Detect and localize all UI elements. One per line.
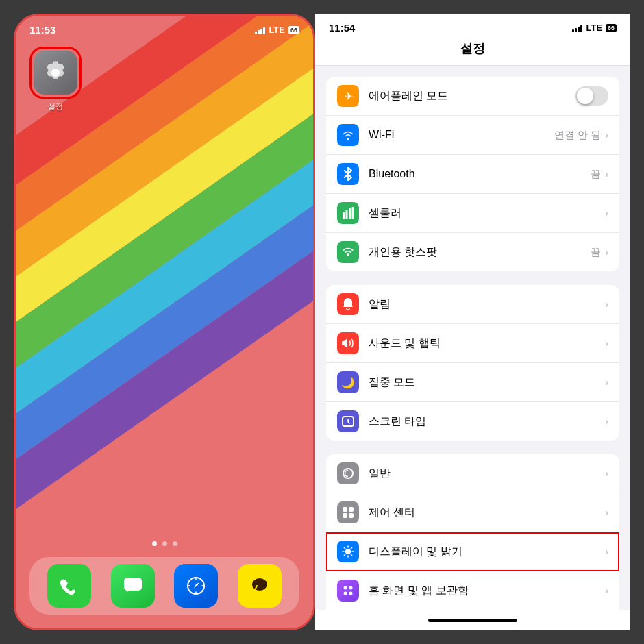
left-status-bar: 11:53 LTE 66 xyxy=(16,16,313,40)
home-app-grid: 설정 xyxy=(16,40,313,119)
display-label: 디스플레이 및 밝기 xyxy=(369,545,605,559)
cellular-label: 셀룰러 xyxy=(369,206,605,221)
dock-messages-icon[interactable] xyxy=(111,564,155,608)
svg-rect-20 xyxy=(349,507,354,512)
controlcenter-label: 제어 센터 xyxy=(369,506,605,520)
dot-3 xyxy=(173,541,177,546)
main-container: 11:53 LTE 66 xyxy=(14,14,630,630)
airplane-row[interactable]: ✈ 에어플레인 모드 xyxy=(326,77,619,116)
messages-icon xyxy=(121,573,145,598)
left-network-badge: 66 xyxy=(288,26,299,34)
homescreen-row[interactable]: 홈 화면 및 앱 보관함 › xyxy=(326,571,619,610)
notifications-row[interactable]: 알림 › xyxy=(326,285,619,324)
kakao-icon xyxy=(247,573,272,598)
svg-rect-12 xyxy=(343,212,345,219)
general-row[interactable]: 일반 › xyxy=(326,454,619,493)
hotspot-label: 개인용 핫스팟 xyxy=(369,245,591,260)
svg-rect-13 xyxy=(346,210,348,219)
bluetooth-chevron: › xyxy=(605,169,608,179)
sound-row[interactable]: 사운드 및 햅틱 › xyxy=(326,324,619,363)
notifications-chevron: › xyxy=(605,299,608,310)
network-group: ✈ 에어플레인 모드 Wi-Fi xyxy=(326,77,619,271)
dot-1 xyxy=(152,541,157,546)
svg-point-26 xyxy=(344,592,347,595)
svg-point-25 xyxy=(349,586,353,590)
settings-panel: 11:54 LTE 66 설정 ✈ 에어플레인 모드 xyxy=(315,14,630,630)
settings-scroll[interactable]: ✈ 에어플레인 모드 Wi-Fi xyxy=(315,66,630,610)
home-bar xyxy=(428,619,517,622)
toggle-knob xyxy=(577,88,593,104)
settings-status-bar: 11:54 LTE 66 xyxy=(315,14,630,38)
focus-row[interactable]: 🌙 집중 모드 › xyxy=(326,363,619,402)
left-time: 11:53 xyxy=(29,24,55,36)
cellular-row[interactable]: 셀룰러 › xyxy=(326,194,619,233)
dock-phone-icon[interactable] xyxy=(47,564,91,608)
hotspot-row[interactable]: 개인용 핫스팟 끔 › xyxy=(326,233,619,271)
svg-point-24 xyxy=(344,586,347,590)
notifications-group: 알림 › 사운드 및 햅틱 › 🌙 xyxy=(326,285,619,441)
screentime-label: 스크린 타임 xyxy=(369,414,605,429)
svg-rect-19 xyxy=(343,507,347,512)
svg-point-11 xyxy=(252,578,267,591)
cellular-chevron: › xyxy=(605,208,608,219)
general-label: 일반 xyxy=(369,467,605,481)
dock-kakao-icon[interactable] xyxy=(238,564,282,608)
bluetooth-icon xyxy=(337,163,359,185)
airplane-toggle[interactable] xyxy=(575,86,608,106)
controlcenter-icon xyxy=(337,501,359,523)
airplane-icon: ✈ xyxy=(337,85,359,107)
safari-icon xyxy=(184,573,208,598)
controlcenter-row[interactable]: 제어 센터 › xyxy=(326,493,619,532)
wifi-icon xyxy=(337,124,359,146)
svg-rect-15 xyxy=(352,207,354,219)
left-status-right: LTE 66 xyxy=(255,25,299,35)
settings-time: 11:54 xyxy=(329,22,355,34)
svg-rect-14 xyxy=(349,208,351,219)
settings-app-wrapper[interactable]: 설정 xyxy=(29,47,82,112)
left-network: LTE xyxy=(269,25,285,35)
settings-status-right: LTE 66 xyxy=(572,23,617,33)
screentime-row[interactable]: 스크린 타임 › xyxy=(326,402,619,441)
screentime-icon xyxy=(337,410,359,432)
gear-icon xyxy=(40,58,71,88)
phone-icon xyxy=(57,573,82,598)
svg-point-27 xyxy=(349,592,353,595)
left-phone-content: 11:53 LTE 66 xyxy=(16,16,313,628)
focus-label: 집중 모드 xyxy=(369,375,605,390)
cellular-icon xyxy=(337,202,359,224)
svg-rect-21 xyxy=(343,513,347,518)
display-chevron: › xyxy=(605,546,608,557)
bluetooth-row[interactable]: Bluetooth 끔 › xyxy=(326,155,619,194)
settings-app-label: 설정 xyxy=(48,101,63,112)
screentime-chevron: › xyxy=(605,416,608,427)
general-icon xyxy=(337,462,359,484)
homescreen-chevron: › xyxy=(605,585,608,596)
focus-icon: 🌙 xyxy=(337,371,359,393)
settings-app-icon[interactable] xyxy=(34,51,77,95)
notifications-label: 알림 xyxy=(369,297,605,312)
sound-label: 사운드 및 햅틱 xyxy=(369,336,605,351)
sound-icon xyxy=(337,332,359,354)
hotspot-chevron: › xyxy=(605,247,608,258)
svg-rect-22 xyxy=(349,513,354,518)
settings-title: 설정 xyxy=(315,38,630,66)
display-icon xyxy=(337,541,359,562)
settings-icon-highlight xyxy=(29,47,82,99)
sound-chevron: › xyxy=(605,338,608,349)
dock-safari-icon[interactable] xyxy=(174,564,218,608)
display-group: 일반 › 제어 센터 › xyxy=(326,454,619,610)
wifi-chevron: › xyxy=(605,129,608,140)
controlcenter-chevron: › xyxy=(605,507,608,518)
hotspot-icon xyxy=(337,241,359,263)
dock xyxy=(29,557,299,615)
airplane-label: 에어플레인 모드 xyxy=(369,89,575,103)
dot-2 xyxy=(162,541,167,546)
signal-icon xyxy=(255,26,265,34)
svg-point-23 xyxy=(345,549,351,554)
settings-network: LTE xyxy=(586,23,602,33)
bluetooth-value: 끔 xyxy=(591,168,601,181)
wifi-value: 연결 안 됨 xyxy=(554,129,601,142)
wifi-row[interactable]: Wi-Fi 연결 안 됨 › xyxy=(326,116,619,155)
display-row[interactable]: 디스플레이 및 밝기 › xyxy=(326,532,619,571)
settings-network-badge: 66 xyxy=(606,24,617,32)
